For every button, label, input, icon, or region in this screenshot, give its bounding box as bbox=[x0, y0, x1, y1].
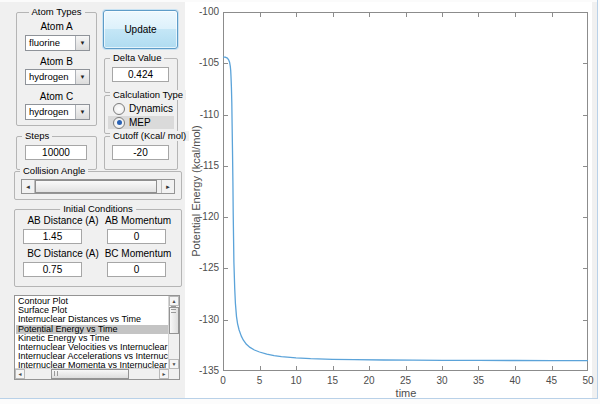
x-tick-label: 40 bbox=[500, 375, 530, 386]
y-tick-label: -125 bbox=[186, 262, 219, 273]
x-tick-label: 20 bbox=[354, 375, 384, 386]
atom-c-dropdown[interactable]: hydrogen ▼ bbox=[25, 104, 90, 120]
radio-dynamics[interactable]: Dynamics bbox=[108, 102, 174, 115]
bc-momentum-field[interactable]: 0 bbox=[107, 262, 166, 277]
collision-angle-title: Collision Angle bbox=[20, 166, 88, 176]
calculation-type-title: Calculation Type bbox=[110, 90, 186, 100]
list-item[interactable]: Surface Plot bbox=[16, 306, 168, 315]
y-tick-label: -120 bbox=[186, 211, 219, 222]
scroll-up-button[interactable]: ▲ bbox=[169, 296, 179, 306]
arrow-right-icon: ► bbox=[165, 184, 171, 190]
cutoff-title: Cutoff (Kcal/ mol) bbox=[110, 131, 189, 141]
atom-types-title: Atom Types bbox=[29, 7, 85, 17]
collision-angle-panel: Collision Angle ◄ ► bbox=[14, 171, 182, 200]
list-item[interactable]: Internuclear Distances vs Time bbox=[16, 315, 168, 324]
window-top-edge bbox=[0, 0, 600, 2]
list-item[interactable]: Internuclear Momenta vs Internuclear Dis… bbox=[16, 361, 168, 368]
slider-thumb[interactable] bbox=[35, 180, 157, 193]
update-button[interactable]: Update bbox=[103, 10, 178, 49]
x-tick-label: 30 bbox=[427, 375, 457, 386]
window-bottom-margin bbox=[0, 399, 600, 404]
atom-a-dropdown[interactable]: fluorine ▼ bbox=[25, 35, 90, 51]
x-tick-label: 5 bbox=[245, 375, 275, 386]
cutoff-panel: Cutoff (Kcal/ mol) -20 bbox=[104, 136, 178, 170]
calculation-type-panel: Calculation Type Dynamics MEP bbox=[104, 95, 178, 134]
plot-axes bbox=[223, 12, 588, 371]
radio-mep[interactable]: MEP bbox=[108, 116, 174, 129]
scrollbar-grip bbox=[171, 306, 176, 313]
y-tick-label: -110 bbox=[186, 109, 219, 120]
atom-b-label: Atom B bbox=[17, 56, 96, 67]
x-tick-label: 45 bbox=[537, 375, 567, 386]
radio-dynamics-label: Dynamics bbox=[129, 103, 173, 114]
scroll-left-button[interactable]: ◄ bbox=[15, 369, 25, 379]
atom-b-dropdown[interactable]: hydrogen ▼ bbox=[25, 69, 90, 85]
chevron-down-icon: ▼ bbox=[80, 40, 86, 46]
scroll-down-button[interactable]: ▼ bbox=[169, 359, 179, 369]
y-tick-label: -130 bbox=[186, 314, 219, 325]
steps-title: Steps bbox=[22, 131, 52, 141]
scrollbar-grip bbox=[51, 371, 58, 376]
list-item[interactable]: Contour Plot bbox=[16, 297, 168, 306]
ab-distance-field[interactable]: 1.45 bbox=[23, 229, 82, 244]
y-tick-label: -115 bbox=[186, 160, 219, 171]
chevron-down-icon: ▼ bbox=[80, 109, 86, 115]
steps-field[interactable]: 10000 bbox=[25, 145, 87, 160]
delta-value-field[interactable]: 0.424 bbox=[112, 67, 169, 82]
list-item[interactable]: Kinetic Energy vs Time bbox=[16, 334, 168, 343]
atom-c-dropdown-button[interactable]: ▼ bbox=[75, 105, 89, 119]
atom-a-dropdown-button[interactable]: ▼ bbox=[75, 36, 89, 50]
ab-distance-label: AB Distance (A) bbox=[23, 215, 103, 226]
arrow-up-icon: ▲ bbox=[172, 299, 177, 304]
y-axis-label: Potential Energy (kcal/mol) bbox=[190, 125, 202, 256]
bc-distance-field[interactable]: 0.75 bbox=[23, 262, 82, 277]
potential-energy-plot bbox=[223, 12, 588, 371]
atom-c-label: Atom C bbox=[17, 91, 96, 102]
list-item[interactable]: Internuclear Velocities vs Internuclear … bbox=[16, 343, 168, 352]
horizontal-scrollbar[interactable]: ◄ ► bbox=[15, 368, 169, 379]
collision-angle-slider[interactable]: ◄ ► bbox=[21, 179, 175, 194]
scrollbar-corner bbox=[169, 369, 179, 379]
atom-b-value: hydrogen bbox=[29, 71, 69, 83]
ab-momentum-label: AB Momentum bbox=[103, 215, 173, 226]
x-tick-label: 10 bbox=[281, 375, 311, 386]
app-window: Atom Types Atom A fluorine ▼ Atom B hydr… bbox=[0, 0, 600, 404]
cutoff-field[interactable]: -20 bbox=[112, 145, 169, 160]
slider-right-arrow[interactable]: ► bbox=[161, 180, 174, 193]
initial-conditions-title: Initial Conditions bbox=[60, 204, 136, 214]
x-tick-label: 0 bbox=[208, 375, 238, 386]
plot-type-listbox[interactable]: Contour Plot Surface Plot Internuclear D… bbox=[14, 295, 180, 380]
initial-conditions-panel: Initial Conditions AB Distance (A) AB Mo… bbox=[14, 209, 182, 287]
atom-c-value: hydrogen bbox=[29, 106, 69, 118]
delta-value-title: Delta Value bbox=[110, 53, 164, 63]
arrow-down-icon: ▼ bbox=[172, 362, 177, 367]
atom-b-dropdown-button[interactable]: ▼ bbox=[75, 70, 89, 84]
chevron-down-icon: ▼ bbox=[80, 74, 86, 80]
arrow-right-icon: ► bbox=[162, 372, 167, 377]
bc-distance-label: BC Distance (A) bbox=[23, 248, 103, 259]
atom-types-panel: Atom Types Atom A fluorine ▼ Atom B hydr… bbox=[16, 12, 97, 126]
scroll-right-button[interactable]: ► bbox=[159, 369, 169, 379]
listbox-items: Contour Plot Surface Plot Internuclear D… bbox=[16, 297, 168, 368]
x-tick-label: 50 bbox=[573, 375, 600, 386]
y-tick-label: -100 bbox=[186, 6, 219, 17]
list-item[interactable]: Potential Energy vs Time bbox=[16, 325, 168, 334]
horizontal-scrollbar-thumb[interactable] bbox=[51, 369, 129, 379]
radio-icon[interactable] bbox=[113, 103, 125, 115]
y-tick-label: -105 bbox=[186, 57, 219, 68]
radio-mep-label: MEP bbox=[129, 117, 151, 128]
x-tick-label: 25 bbox=[391, 375, 421, 386]
slider-left-arrow[interactable]: ◄ bbox=[22, 180, 35, 193]
radio-icon[interactable] bbox=[113, 117, 125, 129]
x-tick-label: 35 bbox=[464, 375, 494, 386]
vertical-scrollbar[interactable]: ▲ ▼ bbox=[168, 296, 179, 369]
atom-a-label: Atom A bbox=[17, 21, 96, 32]
list-item[interactable]: Internuclear Accelerations vs Internucle… bbox=[16, 352, 168, 361]
ab-momentum-field[interactable]: 0 bbox=[107, 229, 166, 244]
bc-momentum-label: BC Momentum bbox=[103, 248, 173, 259]
atom-a-value: fluorine bbox=[29, 37, 60, 49]
arrow-left-icon: ◄ bbox=[18, 372, 23, 377]
delta-value-panel: Delta Value 0.424 bbox=[104, 58, 178, 93]
x-tick-label: 15 bbox=[318, 375, 348, 386]
arrow-left-icon: ◄ bbox=[25, 184, 31, 190]
